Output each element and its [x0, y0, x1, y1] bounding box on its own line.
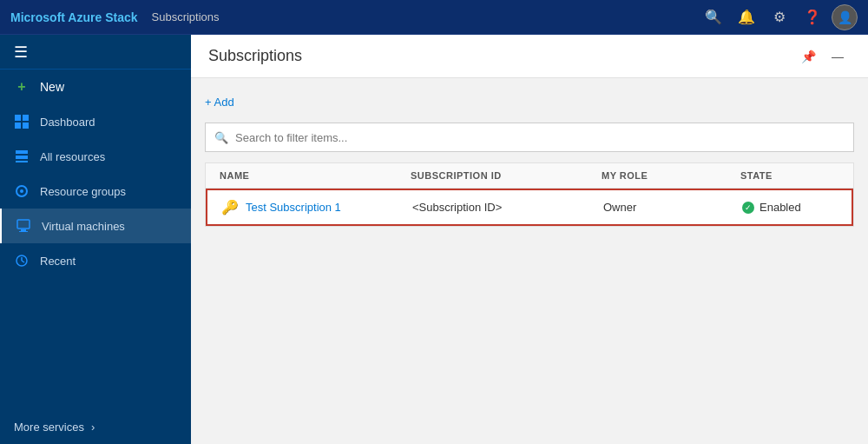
content-body: + Add 🔍 NAME SUBSCRIPTION ID MY ROLE STA… [191, 78, 868, 444]
svg-point-8 [20, 189, 23, 193]
add-button-label: + Add [205, 96, 234, 109]
sidebar-item-recent-label: Recent [40, 255, 76, 268]
sidebar: ☰ + New Dashboard [0, 35, 191, 444]
key-icon: 🔑 [221, 199, 239, 215]
sidebar-item-dashboard-label: Dashboard [40, 116, 95, 129]
sidebar-item-all-resources-label: All resources [40, 150, 105, 163]
svg-rect-6 [16, 161, 28, 162]
col-role: MY ROLE [602, 170, 740, 181]
cell-state: ✓ Enabled [742, 201, 854, 214]
status-label: Enabled [760, 201, 801, 214]
pin-icon[interactable]: 📌 [795, 43, 821, 70]
status-enabled: ✓ Enabled [742, 201, 801, 214]
settings-icon[interactable]: ⚙ [766, 3, 793, 31]
col-state: STATE [740, 170, 854, 181]
main-layout: ☰ + New Dashboard [0, 35, 868, 444]
subscriptions-table: NAME SUBSCRIPTION ID MY ROLE STATE 🔑 Tes… [205, 162, 854, 227]
svg-rect-0 [15, 115, 21, 121]
svg-rect-9 [17, 220, 30, 229]
app-title: Microsoft Azure Stack [10, 10, 138, 24]
all-resources-icon [14, 149, 30, 164]
cell-role: Owner [603, 201, 742, 214]
cell-subscription-id: <Subscription ID> [412, 201, 603, 214]
dashboard-icon [14, 114, 30, 129]
resource-groups-icon [14, 183, 30, 199]
svg-rect-5 [16, 156, 28, 159]
header-actions: 📌 — [795, 43, 851, 70]
virtual-machines-icon [16, 218, 31, 234]
svg-rect-10 [21, 229, 26, 231]
search-bar: 🔍 [205, 123, 854, 152]
sidebar-item-new[interactable]: + New [0, 70, 191, 104]
content-area: Subscriptions 📌 — + Add 🔍 NAME SUBSCRIPT… [191, 35, 868, 444]
sidebar-more-services[interactable]: More services › [0, 410, 191, 444]
cell-name: 🔑 Test Subscription 1 [221, 199, 412, 215]
svg-rect-2 [15, 123, 21, 129]
svg-rect-1 [23, 115, 29, 121]
content-header: Subscriptions 📌 — [191, 35, 868, 78]
add-button[interactable]: + Add [205, 92, 854, 112]
col-name: NAME [220, 170, 411, 181]
svg-rect-11 [19, 231, 28, 232]
sidebar-item-resource-groups[interactable]: Resource groups [0, 174, 191, 209]
svg-line-14 [22, 261, 24, 262]
more-services-arrow-icon: › [91, 421, 95, 434]
table-row[interactable]: 🔑 Test Subscription 1 <Subscription ID> … [206, 189, 853, 226]
help-icon[interactable]: ❓ [799, 3, 826, 31]
notification-icon[interactable]: 🔔 [733, 3, 760, 31]
sidebar-item-recent[interactable]: Recent [0, 243, 191, 278]
more-services-label: More services [14, 421, 84, 434]
sidebar-toolbar: ☰ [0, 35, 191, 70]
recent-icon [14, 253, 30, 268]
sidebar-item-dashboard[interactable]: Dashboard [0, 104, 191, 139]
svg-rect-3 [23, 123, 29, 129]
table-header: NAME SUBSCRIPTION ID MY ROLE STATE [206, 163, 853, 189]
hamburger-icon[interactable]: ☰ [14, 43, 28, 62]
subscription-name[interactable]: Test Subscription 1 [246, 201, 341, 214]
sidebar-item-new-label: New [40, 80, 64, 94]
top-bar: Microsoft Azure Stack Subscriptions 🔍 🔔 … [0, 0, 868, 35]
page-title: Subscriptions [208, 47, 302, 65]
top-bar-icons: 🔍 🔔 ⚙ ❓ 👤 [700, 3, 858, 31]
col-subscription-id: SUBSCRIPTION ID [411, 170, 602, 181]
search-icon[interactable]: 🔍 [700, 3, 727, 31]
sidebar-item-all-resources[interactable]: All resources [0, 139, 191, 174]
minimize-icon[interactable]: — [825, 43, 851, 70]
search-input[interactable] [235, 131, 845, 144]
sidebar-item-resource-groups-label: Resource groups [40, 185, 126, 198]
plus-icon: + [14, 79, 30, 95]
sidebar-nav: + New Dashboard All resourc [0, 70, 191, 410]
search-bar-icon: 🔍 [214, 131, 228, 144]
status-dot: ✓ [742, 202, 754, 214]
avatar[interactable]: 👤 [832, 4, 858, 30]
sidebar-item-virtual-machines-label: Virtual machines [42, 220, 125, 233]
breadcrumb: Subscriptions [152, 10, 700, 23]
svg-rect-4 [16, 150, 28, 154]
sidebar-item-virtual-machines[interactable]: Virtual machines [0, 209, 191, 243]
